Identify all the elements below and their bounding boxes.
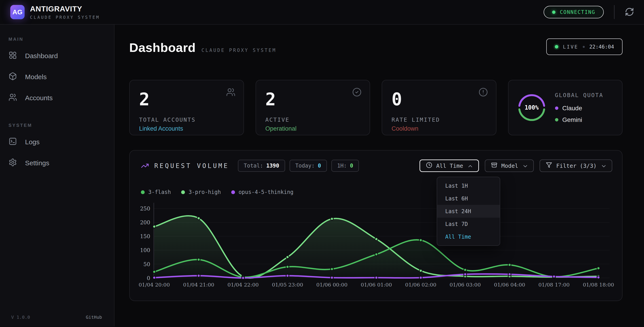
stat-value: 2: [266, 90, 360, 108]
svg-text:250: 250: [140, 206, 150, 212]
sidebar-item-settings[interactable]: Settings: [4, 156, 110, 170]
sidebar-item-models[interactable]: Models: [4, 70, 110, 84]
live-label: LIVE: [563, 44, 578, 50]
menu-item-last-7d[interactable]: Last 7D: [437, 218, 500, 230]
version-label: V 1.0.0: [11, 314, 30, 320]
svg-text:01/05 23:00: 01/05 23:00: [272, 282, 303, 288]
stat-label: ACTIVE: [266, 116, 360, 123]
status-label: CONNECTING: [560, 9, 595, 15]
legend-item-opus: opus-4-5-thinking: [231, 189, 294, 195]
stat-card-rate-limited: 0 RATE LIMITED Cooldown: [382, 80, 496, 135]
sidebar-item-dashboard[interactable]: Dashboard: [4, 48, 110, 63]
main-content: Dashboard CLAUDE PROXY SYSTEM LIVE 22:46…: [114, 24, 644, 326]
svg-text:0: 0: [147, 275, 150, 281]
stat-card-active: 2 ACTIVE Operational: [256, 80, 370, 135]
stat-sub: Linked Accounts: [139, 125, 234, 132]
stat-label: RATE LIMITED: [392, 116, 486, 123]
time-range-menu: Last 1H Last 6H Last 24H Last 7D All Tim…: [437, 177, 500, 246]
chart-legend: 3-flash 3-pro-high opus-4-5-thinking: [141, 189, 294, 195]
trending-up-icon: [141, 162, 149, 170]
menu-item-last-24h[interactable]: Last 24H: [437, 205, 500, 218]
sidebar: MAIN Dashboard Models: [0, 24, 114, 326]
global-quota-card: 100% GLOBAL QUOTA Claude Gemini: [508, 80, 623, 135]
series-dot-icon: [141, 190, 145, 194]
sidebar-item-logs[interactable]: Logs: [4, 135, 110, 150]
filter-button[interactable]: Filter (3/3): [540, 160, 612, 172]
stat-card-total-accounts: 2 TOTAL ACCOUNTS Linked Accounts: [129, 80, 244, 135]
series-dot-icon: [181, 190, 185, 194]
svg-text:01/04 20:00: 01/04 20:00: [139, 282, 170, 288]
quota-provider-gemini: Gemini: [555, 116, 604, 124]
stat-sub: Operational: [266, 125, 360, 132]
quota-percent: 100%: [518, 94, 546, 122]
svg-text:01/08 18:00: 01/08 18:00: [583, 282, 614, 288]
svg-text:01/06 01:00: 01/06 01:00: [361, 282, 392, 288]
header-divider: [614, 5, 614, 19]
svg-text:01/06 04:00: 01/06 04:00: [494, 282, 525, 288]
svg-text:01/08 17:00: 01/08 17:00: [538, 282, 570, 288]
stat-value: 2: [139, 90, 234, 108]
stat-label: TOTAL ACCOUNTS: [139, 116, 234, 123]
separator-dot-icon: [583, 46, 585, 48]
clock-icon: [426, 162, 432, 170]
refresh-icon: [625, 7, 634, 17]
dashboard-grid-icon: [8, 51, 17, 61]
github-link[interactable]: GitHub: [86, 314, 102, 320]
request-volume-chart: 05010015020025001/04 20:0001/04 21:0001/…: [130, 150, 622, 300]
funnel-icon: [546, 162, 552, 170]
stat-value: 0: [392, 90, 486, 108]
legend-item-3-flash: 3-flash: [141, 189, 171, 195]
sidebar-item-label: Models: [25, 73, 47, 81]
panel-title: REQUEST VOLUME: [154, 162, 229, 170]
sidebar-item-label: Settings: [25, 159, 49, 167]
connection-status-badge: CONNECTING: [544, 6, 604, 18]
stat-sub: Cooldown: [392, 125, 486, 132]
refresh-button[interactable]: [625, 7, 634, 17]
page-title: Dashboard: [129, 40, 196, 55]
claude-dot-icon: [555, 106, 558, 110]
app-header: AG ANTIGRAVITY CLAUDE PROXY SYSTEM CONNE…: [0, 0, 644, 24]
users-icon: [226, 88, 236, 97]
menu-item-all-time[interactable]: All Time: [437, 230, 500, 243]
page-subtitle: CLAUDE PROXY SYSTEM: [202, 48, 276, 53]
quota-provider-claude: Claude: [555, 105, 604, 112]
app-title: ANTIGRAVITY: [30, 4, 100, 13]
svg-text:01/06 02:00: 01/06 02:00: [405, 282, 436, 288]
sidebar-section-system: SYSTEM: [8, 123, 114, 128]
live-dot-icon: [555, 45, 558, 48]
sidebar-item-label: Accounts: [25, 94, 52, 102]
chevron-down-icon: [600, 163, 606, 168]
status-dot-icon: [552, 10, 556, 14]
menu-item-last-1h[interactable]: Last 1H: [437, 180, 500, 192]
live-clock: 22:46:04: [589, 44, 614, 50]
model-filter-button[interactable]: Model: [485, 160, 534, 172]
users-icon: [8, 93, 17, 103]
sidebar-section-main: MAIN: [8, 37, 114, 42]
total-requests-badge: Total:1390: [238, 160, 285, 172]
app-logo: AG: [10, 5, 24, 19]
menu-item-last-6h[interactable]: Last 6H: [437, 192, 500, 205]
quota-label: GLOBAL QUOTA: [555, 92, 604, 98]
request-volume-panel: REQUEST VOLUME Total:1390 Today:0 1H:0: [129, 150, 622, 301]
gear-icon: [8, 158, 17, 168]
live-badge: LIVE 22:46:04: [546, 38, 622, 55]
sidebar-item-label: Logs: [25, 138, 40, 146]
chevron-down-icon: [522, 163, 528, 168]
sidebar-item-label: Dashboard: [25, 52, 58, 60]
svg-text:50: 50: [143, 261, 150, 268]
svg-text:150: 150: [140, 234, 150, 240]
app-subtitle: CLAUDE PROXY SYSTEM: [30, 15, 100, 20]
terminal-icon: [8, 137, 17, 147]
svg-text:01/04 21:00: 01/04 21:00: [183, 282, 214, 288]
svg-text:01/06 00:00: 01/06 00:00: [316, 282, 348, 288]
time-range-button[interactable]: All Time: [420, 160, 479, 172]
cube-icon: [8, 72, 17, 82]
sidebar-item-accounts[interactable]: Accounts: [4, 90, 110, 105]
series-dot-icon: [231, 190, 235, 194]
alert-circle-icon: [478, 88, 488, 97]
gemini-dot-icon: [555, 118, 558, 122]
today-requests-badge: Today:0: [290, 160, 327, 172]
chevron-up-icon: [467, 163, 472, 168]
box-icon: [491, 162, 497, 170]
svg-text:100: 100: [140, 247, 150, 254]
